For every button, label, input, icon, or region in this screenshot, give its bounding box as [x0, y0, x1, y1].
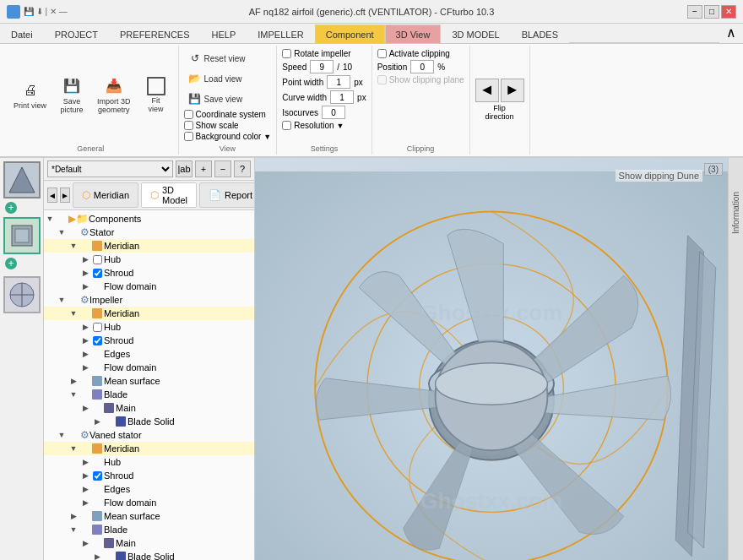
- tree-item-blade-solid[interactable]: ▶Blade Solid: [44, 415, 254, 428]
- tree-toolbar-plus-button[interactable]: +: [195, 160, 212, 177]
- tree-item-impeller-shroud[interactable]: ▶Shroud: [44, 334, 254, 347]
- tree-expand-vs-flowdomain[interactable]: ▶: [79, 497, 91, 508]
- tree-item-stator-shroud[interactable]: ▶Shroud: [44, 266, 254, 280]
- 3dmodel-tab[interactable]: ⬡ 3D Model: [141, 182, 197, 208]
- pointwidth-input[interactable]: [327, 75, 350, 89]
- tree-expand-impeller[interactable]: ▼: [56, 294, 68, 306]
- maximize-button[interactable]: □: [704, 5, 719, 19]
- tree-toolbar-ab-button[interactable]: |ab: [176, 160, 193, 177]
- tree-expand-impeller-edges[interactable]: ▶: [79, 348, 91, 360]
- view-thumb-bottom[interactable]: [3, 276, 41, 313]
- tree-toolbar-help-button[interactable]: ?: [234, 160, 251, 177]
- tree-expand-vs-meansurface[interactable]: ▶: [68, 510, 79, 522]
- show-scale-checkbox[interactable]: Show scale: [184, 121, 239, 130]
- tree-item-impeller[interactable]: ▼⚙Impeller: [44, 293, 254, 307]
- tree-toolbar-minus-button[interactable]: −: [214, 160, 231, 177]
- tree-expand-impeller-shroud[interactable]: ▶: [79, 334, 91, 346]
- tree-item-vs-blade-main[interactable]: ▶Main: [44, 536, 254, 550]
- tree-checkbox-vs-shroud[interactable]: [93, 471, 102, 481]
- tab-project[interactable]: PROJECT: [44, 24, 109, 43]
- tree-expand-meansurface[interactable]: ▶: [68, 375, 79, 387]
- right-arrow-button[interactable]: ►: [501, 79, 524, 102]
- tree-expand-stator-shroud[interactable]: ▶: [79, 267, 91, 279]
- resolution-checkbox[interactable]: Resolution ▼: [282, 121, 344, 130]
- tree-checkbox-stator-hub[interactable]: [93, 255, 102, 264]
- tree-expand-vs-shroud[interactable]: ▶: [79, 470, 91, 481]
- default-select[interactable]: *Default: [47, 160, 173, 177]
- load-view-button[interactable]: 📂 Load view: [184, 69, 247, 88]
- tree-expand-vanedstator[interactable]: ▼: [56, 429, 68, 441]
- import-3d-button[interactable]: 📥 Import 3Dgeometry: [92, 73, 136, 118]
- position-input[interactable]: [410, 60, 434, 73]
- tree-expand-vs-blade[interactable]: ▼: [68, 524, 79, 536]
- rotate-impeller-checkbox[interactable]: Rotate impeller: [282, 49, 350, 58]
- tab-help[interactable]: HELP: [201, 24, 247, 43]
- tree-item-vs-meridian[interactable]: ▼Meridian: [44, 442, 254, 455]
- tree-expand-vs-blade-solid[interactable]: ▶: [91, 551, 103, 560]
- save-view-button[interactable]: 💾 Save view: [184, 90, 247, 108]
- add-view-button-top[interactable]: +: [5, 202, 17, 214]
- tree-item-vs-meansurface[interactable]: ▶Mean surface: [44, 509, 254, 523]
- tree-item-meansurface[interactable]: ▶Mean surface: [44, 374, 254, 388]
- add-view-button-bottom[interactable]: +: [5, 258, 17, 269]
- tree-item-impeller-meridian[interactable]: ▼Meridian: [44, 307, 254, 320]
- tree-item-stator-hub[interactable]: ▶Hub: [44, 253, 254, 266]
- tree-expand-impeller-meridian[interactable]: ▼: [68, 307, 79, 319]
- show-clipping-plane-checkbox[interactable]: Show clipping plane: [377, 75, 464, 84]
- view-thumb-top[interactable]: [3, 161, 41, 198]
- left-arrow-button[interactable]: ◄: [475, 79, 499, 102]
- tree-item-vs-shroud[interactable]: ▶Shroud: [44, 469, 254, 482]
- tab-component[interactable]: Component: [315, 24, 385, 43]
- tab-preferences[interactable]: PREFERENCES: [109, 24, 201, 43]
- view-thumb-active[interactable]: [3, 217, 41, 254]
- tree-checkbox-stator-shroud[interactable]: [93, 269, 102, 278]
- minimize-button[interactable]: −: [687, 5, 702, 19]
- tree-expand-components[interactable]: ▼: [44, 213, 56, 225]
- tree-item-vs-edges[interactable]: ▶Edges: [44, 482, 254, 496]
- curvewidth-input[interactable]: [330, 90, 354, 104]
- tree-expand-stator[interactable]: ▼: [56, 226, 68, 238]
- save-picture-button[interactable]: 💾 Savepicture: [55, 73, 89, 118]
- tab-datei[interactable]: Datei: [0, 24, 44, 43]
- tree-item-impeller-flowdomain[interactable]: ▶Flow domain: [44, 361, 254, 374]
- reset-view-button[interactable]: ↺ Reset view: [184, 49, 250, 68]
- meridian-tab[interactable]: ⬡ Meridian: [73, 182, 138, 208]
- tab-impeller[interactable]: IMPELLER: [247, 24, 314, 43]
- tree-expand-impeller-hub[interactable]: ▶: [79, 321, 91, 333]
- tree-expand-vs-meridian[interactable]: ▼: [68, 443, 79, 454]
- tab-3dview[interactable]: 3D View: [385, 24, 442, 43]
- tree-item-blade[interactable]: ▼Blade: [44, 388, 254, 401]
- close-button[interactable]: ✕: [721, 5, 736, 19]
- fit-view-button[interactable]: Fitview: [139, 73, 173, 117]
- bgcolor-checkbox[interactable]: Background color ▼: [184, 132, 272, 141]
- tree-item-vanedstator[interactable]: ▼⚙Vaned stator: [44, 428, 254, 442]
- tree-item-stator-meridian[interactable]: ▼Meridian: [44, 239, 254, 253]
- tree-expand-stator-hub[interactable]: ▶: [79, 253, 91, 265]
- tree-checkbox-impeller-hub[interactable]: [93, 323, 102, 332]
- tree-item-blade-main[interactable]: ▶Main: [44, 401, 254, 415]
- tree-expand-stator-flowdomain[interactable]: ▶: [79, 280, 91, 292]
- tree-item-stator-flowdomain[interactable]: ▶Flow domain: [44, 280, 254, 293]
- tree-checkbox-impeller-shroud[interactable]: [93, 336, 102, 345]
- tree-item-components[interactable]: ▼▶📁Components: [44, 212, 254, 226]
- isocurves-input[interactable]: [322, 106, 345, 119]
- activate-clipping-checkbox[interactable]: Activate clipping: [377, 49, 450, 58]
- tree-expand-stator-meridian[interactable]: ▼: [68, 240, 79, 252]
- speed-input[interactable]: [310, 60, 334, 73]
- print-view-button[interactable]: 🖨 Print view: [8, 77, 52, 114]
- tree-item-impeller-hub[interactable]: ▶Hub: [44, 320, 254, 334]
- tab-3dmodel[interactable]: 3D MODEL: [441, 24, 510, 43]
- nav-forward-button[interactable]: ►: [60, 188, 70, 203]
- tree-expand-vs-hub[interactable]: ▶: [79, 456, 91, 468]
- tab-blades[interactable]: BLADES: [511, 24, 569, 43]
- nav-back-button[interactable]: ◄: [47, 188, 57, 203]
- ribbon-collapse-button[interactable]: ∧: [719, 22, 743, 43]
- coord-system-checkbox[interactable]: Coordinate system: [184, 110, 266, 119]
- tree-item-vs-blade-solid[interactable]: ▶Blade Solid: [44, 550, 254, 560]
- tree-item-stator[interactable]: ▼⚙Stator: [44, 226, 254, 239]
- 3d-viewport[interactable]: Ghostxx.com Ghostxx.com (3) Show dipping…: [255, 158, 728, 560]
- tree-expand-impeller-flowdomain[interactable]: ▶: [79, 362, 91, 373]
- tree-expand-vs-blade-main[interactable]: ▶: [79, 537, 91, 549]
- report-tab[interactable]: 📄 Report: [199, 182, 255, 208]
- tree-item-vs-blade[interactable]: ▼Blade: [44, 523, 254, 536]
